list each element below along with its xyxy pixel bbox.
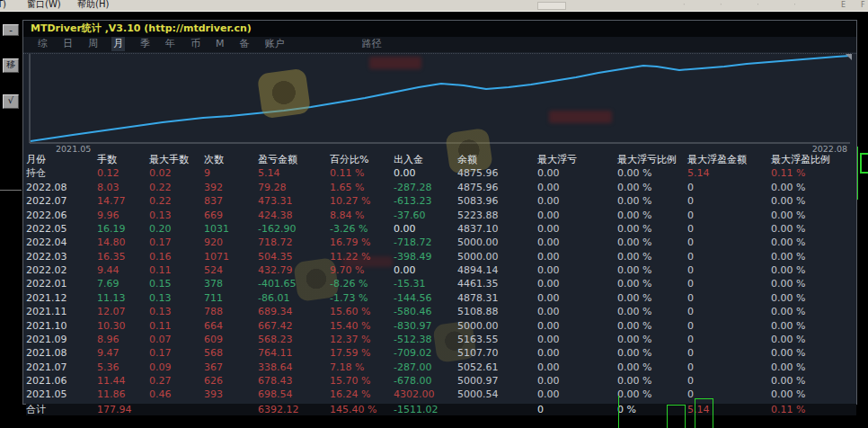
table-cell: 14.77 [97,194,149,208]
tab-zhou[interactable]: 周 [88,37,98,51]
column-header: 次数 [204,153,258,166]
tab-bei[interactable]: 备 [240,37,250,51]
table-cell: 392 [204,181,258,194]
table-cell: 338.64 [258,361,330,374]
table-cell: 1071 [204,250,258,263]
tab-M[interactable]: M [216,37,225,51]
table-cell: 0 [687,181,771,194]
table-cell: 9.96 [97,209,149,222]
row-month: 2021.10 [26,319,97,333]
table-cell: 5108.88 [457,305,537,318]
tab-nian[interactable]: 年 [165,37,175,51]
table-cell: 16.35 [97,250,149,263]
column-header: 百分比% [330,153,394,166]
table-cell: 689.34 [258,305,330,318]
table-cell: 0 [687,374,771,388]
tab-lujing[interactable]: 路径 [362,37,382,51]
table-cell: 0.00 [537,346,617,360]
watermark-logo [257,67,311,119]
table-cell: 920 [204,236,258,249]
table-cell: 0.00 [537,333,617,346]
table-cell: -580.46 [394,305,457,318]
disabled-toolbar-box [537,2,566,10]
table-cell: 0.00 % [617,346,687,360]
table-cell: 0.00 % [617,319,687,333]
table-cell: -401.65 [258,277,330,290]
window-titlebar[interactable]: MTDriver统计 ,V3.10 (http://mtdriver.cn) [23,21,856,37]
table-cell: 5.14 [258,166,330,180]
table-cell: 4302.00 [394,388,457,401]
table-cell: 8.84 % [330,209,394,222]
left-toolbar: - 移 √ [0,12,22,428]
row-month: 2022.08 [26,181,97,194]
table-cell: 0.13 [149,305,204,318]
row-month: 2021.05 [26,388,97,401]
table-cell [149,402,204,415]
table-cell: 5083.96 [457,194,537,208]
chart-corner-marker [846,54,852,60]
column-header: 月份 [26,153,97,166]
table-cell: -1511.02 [394,402,457,415]
table-cell: 0.00 % [617,388,687,401]
column-header: 手数 [97,153,149,166]
check-button[interactable]: √ [3,94,19,109]
table-cell: 0.00 [394,166,457,180]
table-cell: 378 [204,277,258,290]
table-cell: 0.00 % [771,209,856,222]
table-cell: -398.49 [394,250,457,263]
tab-ji[interactable]: 季 [140,37,150,51]
column-header: 最大手数 [149,153,204,166]
table-cell: 0.00 [537,209,617,222]
row-month: 2022.07 [26,194,97,208]
table-cell: 698.54 [258,388,330,401]
equity-line [31,56,850,141]
table-cell: 1031 [204,222,258,236]
tab-zhanghu[interactable]: 账户 [265,37,285,51]
table-cell: 0.00 % [617,277,687,290]
menu-item-partial[interactable]: (T) [0,0,6,10]
overlay-bracket-top [667,405,686,406]
table-cell: 669 [204,209,258,222]
table-cell: 10.27 % [330,194,394,208]
table-cell: 0 [687,305,771,318]
move-button[interactable]: 移 [3,58,19,73]
menu-item-window[interactable]: 窗口(W) [27,0,61,10]
column-header: 最大浮亏 [537,153,617,166]
table-cell: 0.00 [537,291,617,305]
table-cell: 11.22 % [330,250,394,263]
table-cell: 0.15 [149,277,204,290]
minimize-button[interactable]: - [3,24,19,36]
table-cell: 0.00 [537,222,617,236]
table-cell: -287.00 [394,361,457,374]
tab-ri[interactable]: 日 [63,37,73,51]
tab-yue[interactable]: 月 [111,37,125,51]
menu-item-help[interactable]: 帮助(H) [77,0,109,10]
table-cell: -144.56 [394,291,457,305]
table-cell: 0.00 [537,374,617,388]
tab-bi[interactable]: 币 [190,37,200,51]
table-cell: 7.69 [97,277,149,290]
table-cell: 0.11 % [771,402,856,415]
watermark-red-text [369,57,421,69]
table-cell: 0.00 [537,277,617,290]
row-month: 合计 [26,402,97,415]
table-cell: 0 [687,361,771,374]
table-cell: 0.22 [149,194,204,208]
column-header: 盈亏金额 [258,153,330,166]
table-cell: 0.00 % [617,181,687,194]
table-cell: 9.44 [97,263,149,277]
table-cell: 0.00 % [617,361,687,374]
table-cell: 9 [204,166,258,180]
row-month: 2022.04 [26,236,97,249]
tab-zong[interactable]: 综 [38,37,48,51]
table-cell: 0.11 % [330,166,394,180]
row-month: 2021.07 [26,361,97,374]
table-cell: 0.00 % [617,305,687,318]
table-cell: 5.36 [97,361,149,374]
table-cell: -8.26 % [330,277,394,290]
table-cell: -613.23 [394,194,457,208]
table-cell: 0.00 % [617,263,687,277]
table-cell: 0.00 [537,236,617,249]
table-cell: 0.00 % [617,209,687,222]
window-title: MTDriver统计 ,V3.10 (http://mtdriver.cn) [31,22,252,34]
